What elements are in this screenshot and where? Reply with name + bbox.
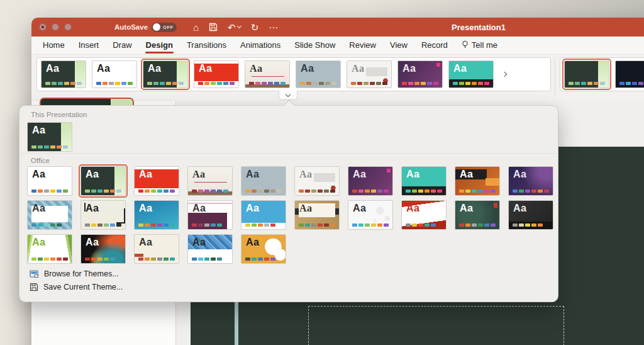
theme-thumbnail[interactable]: Aa [187, 234, 233, 264]
tab-label: Slide Show [294, 40, 335, 50]
theme-thumbnail[interactable]: Aa [187, 200, 233, 230]
theme-color-swatches [453, 82, 489, 85]
theme-thumbnail[interactable]: Aa [27, 122, 72, 152]
zoom-window-button[interactable] [64, 23, 72, 31]
theme-color-swatches [85, 189, 121, 193]
theme-thumbnail[interactable]: Aa [401, 166, 447, 196]
theme-thumbnail[interactable]: Aa [27, 200, 72, 230]
theme-thumbnail[interactable]: Aa [27, 234, 72, 264]
theme-aa-label: Aa [513, 169, 526, 179]
theme-aa-label: Aa [352, 64, 365, 74]
theme-thumbnail[interactable]: Aa [296, 60, 341, 88]
section-this-presentation: This Presentation [31, 111, 87, 118]
theme-thumbnail[interactable]: Aa [194, 60, 239, 88]
theme-thumbnail[interactable]: Aa [187, 166, 233, 196]
tab-view[interactable]: View [384, 37, 414, 54]
chevron-down-icon [286, 91, 291, 96]
theme-thumbnail-selected[interactable]: Aa [80, 166, 126, 196]
theme-color-swatches [352, 223, 389, 227]
browse-themes-icon [30, 270, 39, 278]
theme-thumbnail[interactable]: Aa [448, 60, 494, 88]
theme-thumbnail[interactable]: Aa [134, 166, 179, 196]
ribbon-divider [555, 59, 555, 95]
minimize-window-button[interactable] [52, 23, 59, 31]
theme-aa-label: Aa [139, 169, 152, 179]
tab-label: Home [43, 40, 65, 50]
tab-tell-me[interactable]: Tell me [455, 37, 504, 54]
theme-thumbnail[interactable]: Aa [134, 200, 179, 230]
close-window-button[interactable] [39, 23, 47, 31]
tab-animations[interactable]: Animations [234, 37, 287, 54]
theme-thumbnail[interactable]: Aa [294, 166, 340, 196]
tab-review[interactable]: Review [343, 37, 382, 54]
gallery-scroll-right-button[interactable] [499, 62, 509, 87]
theme-thumbnail[interactable]: Aa [80, 234, 126, 264]
chevron-right-icon [502, 72, 507, 77]
theme-thumbnail[interactable]: Aa [508, 166, 553, 196]
theme-color-swatches [31, 145, 68, 149]
tab-design[interactable]: Design [140, 37, 179, 54]
tab-draw[interactable]: Draw [106, 37, 138, 54]
save-icon[interactable] [209, 23, 218, 31]
variants-gallery [560, 57, 644, 91]
theme-aa-label: Aa [46, 64, 59, 74]
redo-button[interactable]: ↻ [251, 23, 259, 32]
tab-insert[interactable]: Insert [72, 37, 106, 54]
tab-label: Animations [240, 40, 280, 50]
theme-thumbnail[interactable]: Aa [455, 200, 500, 230]
theme-thumbnail[interactable]: Aa [241, 234, 286, 264]
theme-thumbnail[interactable]: Aa [27, 166, 72, 196]
more-commands-icon[interactable]: ⋯ [269, 23, 278, 32]
theme-color-swatches [402, 82, 438, 85]
theme-thumbnail[interactable]: Aa [294, 200, 340, 230]
undo-dropdown-icon[interactable] [237, 24, 242, 28]
theme-thumbnail[interactable]: Aa [245, 60, 290, 88]
browse-for-themes-button[interactable]: Browse for Themes... [30, 269, 123, 278]
theme-thumbnail[interactable]: Aa [41, 60, 86, 88]
theme-thumbnail[interactable]: Aa [455, 166, 500, 196]
theme-color-swatches [245, 189, 282, 193]
theme-thumbnail[interactable] [615, 60, 644, 88]
theme-thumbnail[interactable]: Aa [508, 200, 553, 230]
theme-aa-label: Aa [32, 203, 45, 213]
tab-record[interactable]: Record [415, 37, 454, 54]
theme-color-swatches [619, 82, 644, 85]
theme-aa-label: Aa [250, 64, 263, 74]
theme-thumbnail[interactable]: Aa [397, 60, 443, 88]
theme-thumbnail[interactable]: Aa [241, 166, 286, 196]
theme-thumbnail[interactable]: Aa [401, 200, 447, 230]
text-placeholder-selection[interactable] [308, 306, 564, 345]
theme-thumbnail[interactable]: Aa [241, 200, 286, 230]
theme-color-swatches [459, 223, 496, 227]
autosave-toggle[interactable]: OFF [152, 23, 177, 32]
theme-aa-label: Aa [32, 169, 45, 179]
theme-aa-label: Aa [192, 169, 206, 179]
theme-thumbnail[interactable]: Aa [92, 60, 137, 88]
undo-button[interactable]: ↶ [228, 23, 241, 32]
theme-thumbnail-selected[interactable] [564, 60, 609, 88]
section-divider [19, 153, 558, 154]
tab-transitions[interactable]: Transitions [180, 37, 233, 54]
theme-thumbnail[interactable]: Aa [348, 166, 393, 196]
theme-thumbnail[interactable]: Aa [348, 200, 393, 230]
theme-thumbnail[interactable]: Aa [347, 60, 392, 88]
theme-thumbnail[interactable]: Aa [80, 200, 126, 230]
tab-home[interactable]: Home [36, 37, 71, 54]
home-icon[interactable]: ⌂ [193, 23, 199, 32]
theme-thumbnail[interactable]: Aa [134, 234, 179, 264]
theme-aa-label: Aa [86, 169, 99, 179]
theme-aa-label: Aa [32, 237, 45, 247]
theme-color-swatches [85, 257, 115, 261]
themes-expand-button[interactable] [279, 91, 297, 100]
tab-slide-show[interactable]: Slide Show [288, 37, 341, 54]
theme-color-swatches [569, 82, 605, 85]
theme-color-swatches [299, 223, 335, 227]
theme-aa-label: Aa [246, 169, 259, 179]
theme-thumbnail-selected[interactable]: Aa [143, 60, 188, 88]
theme-color-swatches [31, 223, 62, 227]
section-office: Office [31, 157, 50, 164]
save-current-theme-button[interactable]: Save Current Theme... [30, 283, 123, 291]
theme-aa-label: Aa [192, 237, 206, 247]
theme-color-swatches [138, 257, 175, 261]
theme-color-swatches [147, 82, 184, 85]
